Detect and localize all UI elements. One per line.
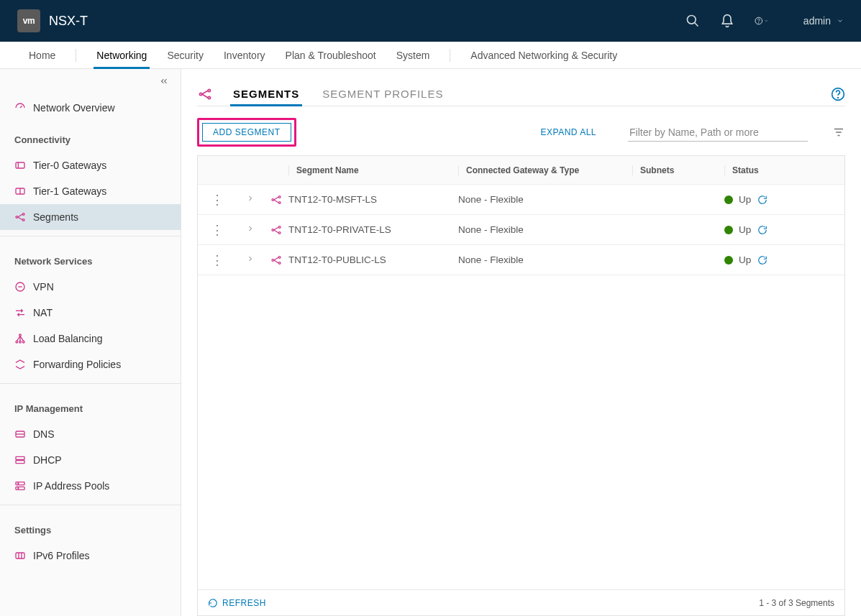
sidebar-item-dhcp[interactable]: DHCP xyxy=(0,447,181,473)
toolbar: ADD SEGMENT EXPAND ALL xyxy=(197,106,845,155)
tab-segment-profiles[interactable]: SEGMENT PROFILES xyxy=(319,82,446,106)
col-header-name[interactable]: Segment Name xyxy=(288,165,458,175)
svg-line-1 xyxy=(694,23,698,27)
expand-row-icon[interactable] xyxy=(246,194,255,205)
svg-point-19 xyxy=(22,341,24,343)
row-actions-menu[interactable]: ⋮ xyxy=(211,224,224,236)
collapse-sidebar-icon[interactable] xyxy=(159,76,169,88)
filter-input[interactable] xyxy=(629,127,806,138)
svg-point-0 xyxy=(687,16,696,24)
tier0-icon xyxy=(14,160,26,171)
col-header-gateway[interactable]: Connected Gateway & Type xyxy=(458,165,632,175)
svg-point-30 xyxy=(18,488,19,489)
table-row[interactable]: ⋮TNT12-T0-PRIVATE-LSNone - FlexibleUp xyxy=(198,215,844,245)
svg-rect-31 xyxy=(16,553,24,558)
nav-separator xyxy=(76,49,76,62)
sidebar-label: NAT xyxy=(33,307,53,318)
sidebar-item-network-overview[interactable]: Network Overview xyxy=(0,95,181,121)
svg-point-40 xyxy=(838,97,839,98)
sidebar-item-forwarding[interactable]: Forwarding Policies xyxy=(0,351,181,377)
refresh-button[interactable]: REFRESH xyxy=(208,598,266,608)
svg-point-36 xyxy=(208,96,210,98)
refresh-status-icon[interactable] xyxy=(757,194,768,206)
sidebar-separator xyxy=(0,236,181,236)
nav-advanced[interactable]: Advanced Networking & Security xyxy=(460,42,627,68)
sidebar-item-ippools[interactable]: IP Address Pools xyxy=(0,473,181,499)
svg-point-45 xyxy=(278,196,281,198)
svg-point-35 xyxy=(208,89,210,91)
sidebar-item-dns[interactable]: DNS xyxy=(0,421,181,447)
sidebar-label: Load Balancing xyxy=(33,333,103,344)
vmware-logo: vm xyxy=(17,9,40,32)
sidebar-label: Forwarding Policies xyxy=(33,359,121,370)
notifications-icon[interactable] xyxy=(720,14,734,28)
refresh-status-icon[interactable] xyxy=(757,254,768,266)
add-segment-button[interactable]: ADD SEGMENT xyxy=(202,123,291,142)
main-content: SEGMENTS SEGMENT PROFILES ADD SEGMENT EX… xyxy=(181,69,861,616)
help-icon[interactable] xyxy=(831,87,845,101)
row-count: 1 - 3 of 3 Segments xyxy=(759,598,834,608)
sidebar-item-tier1[interactable]: Tier-1 Gateways xyxy=(0,178,181,204)
sidebar-separator xyxy=(0,383,181,384)
svg-point-29 xyxy=(18,483,19,484)
sidebar-item-tier0[interactable]: Tier-0 Gateways xyxy=(0,152,181,178)
loadbalance-icon xyxy=(14,333,26,344)
nav-system[interactable]: System xyxy=(386,42,440,68)
sidebar-item-segments[interactable]: Segments xyxy=(0,204,181,230)
nav-separator xyxy=(450,49,450,62)
page-tabs: SEGMENTS SEGMENT PROFILES xyxy=(197,82,845,106)
ipv6-icon xyxy=(14,550,26,561)
sidebar-item-ipv6[interactable]: IPv6 Profiles xyxy=(0,543,181,569)
expand-row-icon[interactable] xyxy=(246,254,255,265)
user-menu[interactable]: admin xyxy=(789,15,844,27)
svg-line-52 xyxy=(274,227,279,230)
nav-inventory[interactable]: Inventory xyxy=(214,42,275,68)
svg-line-57 xyxy=(274,257,279,260)
cell-status: Up xyxy=(724,224,844,236)
sidebar-item-nat[interactable]: NAT xyxy=(0,300,181,326)
tab-segments[interactable]: SEGMENTS xyxy=(230,82,302,106)
sidebar-item-loadbalancing[interactable]: Load Balancing xyxy=(0,326,181,351)
nav-home[interactable]: Home xyxy=(19,42,65,68)
table-row[interactable]: ⋮TNT12-T0-PUBLIC-LSNone - FlexibleUp xyxy=(198,245,844,275)
table-body: ⋮TNT12-T0-MSFT-LSNone - FlexibleUp⋮TNT12… xyxy=(198,185,844,589)
help-icon[interactable] xyxy=(755,14,769,28)
row-actions-menu[interactable]: ⋮ xyxy=(211,193,224,206)
nav-plan-troubleshoot[interactable]: Plan & Troubleshoot xyxy=(275,42,386,68)
expand-row-icon[interactable] xyxy=(246,224,255,235)
svg-rect-4 xyxy=(16,162,24,168)
filter-icon[interactable] xyxy=(832,126,845,139)
svg-rect-26 xyxy=(16,461,24,464)
highlight-add-segment: ADD SEGMENT xyxy=(197,118,296,147)
filter-field[interactable] xyxy=(628,124,808,142)
svg-point-34 xyxy=(200,93,202,95)
svg-point-16 xyxy=(19,334,22,336)
sidebar-label: Tier-1 Gateways xyxy=(33,185,106,197)
search-icon[interactable] xyxy=(685,14,700,28)
sidebar-heading-ip: IP Management xyxy=(0,395,181,421)
app-header: vm NSX-T admin xyxy=(0,0,861,42)
user-name: admin xyxy=(803,15,831,27)
refresh-status-icon[interactable] xyxy=(757,224,768,236)
status-text: Up xyxy=(739,224,751,235)
svg-rect-25 xyxy=(16,456,24,459)
sidebar-item-vpn[interactable]: VPN xyxy=(0,274,181,300)
col-header-status[interactable]: Status xyxy=(724,165,844,175)
cell-gateway: None - Flexible xyxy=(458,224,632,235)
nav-networking[interactable]: Networking xyxy=(86,42,157,68)
forwarding-icon xyxy=(14,359,26,370)
cell-segment-name: TNT12-T0-PUBLIC-LS xyxy=(288,254,458,265)
cell-segment-name: TNT12-T0-PRIVATE-LS xyxy=(288,224,458,235)
sidebar-label: IPv6 Profiles xyxy=(33,550,90,561)
status-text: Up xyxy=(739,194,751,205)
svg-line-11 xyxy=(18,214,23,217)
expand-all-link[interactable]: EXPAND ALL xyxy=(541,127,596,137)
nav-security[interactable]: Security xyxy=(157,42,214,68)
sidebar-heading-settings: Settings xyxy=(0,517,181,543)
svg-rect-28 xyxy=(16,487,24,489)
col-header-subnets[interactable]: Subnets xyxy=(632,165,724,175)
table-row[interactable]: ⋮TNT12-T0-MSFT-LSNone - FlexibleUp xyxy=(198,185,844,215)
row-actions-menu[interactable]: ⋮ xyxy=(211,254,224,267)
vpn-icon xyxy=(14,281,26,293)
segments-table: Segment Name Connected Gateway & Type Su… xyxy=(197,155,845,616)
